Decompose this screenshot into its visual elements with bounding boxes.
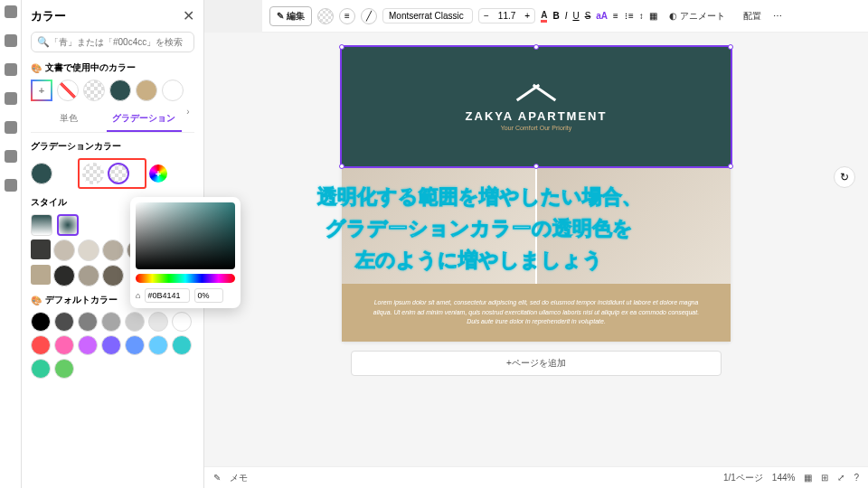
color-swatch[interactable]: [31, 359, 51, 379]
color-swatch[interactable]: [148, 335, 168, 355]
strike-button[interactable]: S: [585, 11, 591, 21]
help-icon[interactable]: ?: [854, 473, 859, 483]
color-swatch[interactable]: [125, 335, 145, 355]
tagline: Your Comfort Our Priority: [501, 125, 571, 131]
underline-button[interactable]: U: [572, 11, 579, 21]
add-page-button[interactable]: +ページを追加: [351, 351, 722, 376]
color-swatch[interactable]: [31, 335, 51, 355]
color-swatch[interactable]: [78, 335, 98, 355]
color-tabs: 単色 グラデーション ›: [31, 107, 194, 133]
increase-button[interactable]: +: [520, 9, 534, 23]
photo-swatch[interactable]: [102, 239, 124, 261]
font-size-stepper[interactable]: − 11.7 +: [478, 8, 535, 23]
color-swatch[interactable]: [57, 80, 79, 101]
photo-swatch[interactable]: [53, 265, 75, 286]
tab-gradient[interactable]: グラデーション: [107, 107, 183, 132]
animate-button[interactable]: ◐アニメート: [663, 7, 731, 25]
border-weight-icon[interactable]: ╱: [361, 8, 377, 24]
thumbnail-icon[interactable]: ⊞: [821, 473, 828, 483]
nav-icon[interactable]: [5, 34, 17, 47]
header-banner[interactable]: ZAKYA APARTMENT Your Comfort Our Priorit…: [342, 47, 731, 166]
gradient-stop[interactable]: [31, 163, 52, 184]
italic-button[interactable]: I: [565, 11, 568, 21]
page-indicator[interactable]: 1/1ページ: [723, 472, 763, 484]
color-swatch[interactable]: [136, 80, 157, 101]
edit-button[interactable]: ✎編集: [269, 6, 312, 26]
color-swatch[interactable]: [101, 312, 121, 332]
nav-icon[interactable]: [5, 63, 17, 76]
color-swatch[interactable]: [54, 312, 74, 332]
memo-icon[interactable]: ✎: [213, 473, 221, 483]
nav-icon[interactable]: [5, 121, 17, 134]
used-colors-label: 🎨文書で使用中のカラー: [31, 61, 194, 74]
color-swatch[interactable]: [83, 80, 105, 101]
photo-swatch[interactable]: [31, 265, 51, 285]
fullscreen-icon[interactable]: ⤢: [837, 473, 844, 483]
tab-solid[interactable]: 単色: [31, 107, 107, 132]
panel-title: カラー: [31, 8, 66, 24]
color-swatch[interactable]: [78, 312, 98, 332]
gradient-transparent-highlight: [78, 158, 146, 189]
nav-icon[interactable]: [5, 179, 17, 192]
default-palette: [31, 312, 194, 379]
opacity-input[interactable]: [194, 288, 223, 303]
color-swatch[interactable]: [109, 80, 131, 101]
nav-icon[interactable]: [5, 150, 17, 163]
add-gradient-stop[interactable]: +: [149, 164, 167, 183]
search-input[interactable]: [50, 37, 188, 47]
close-icon[interactable]: ✕: [183, 7, 194, 24]
lorem-text[interactable]: Lorem ipsum dolor sit amet, consectetur …: [342, 284, 731, 342]
color-swatch[interactable]: [172, 335, 192, 355]
color-swatch[interactable]: [162, 80, 184, 101]
gradient-color-label: グラデーションカラー: [31, 140, 194, 153]
chevron-right-icon[interactable]: ›: [182, 107, 194, 132]
hex-input[interactable]: [145, 288, 190, 303]
search-icon: 🔍: [37, 36, 50, 48]
photo-swatch[interactable]: [102, 265, 124, 286]
color-swatch[interactable]: [172, 312, 192, 332]
color-swatch[interactable]: [125, 312, 145, 332]
list-icon[interactable]: ⫶≡: [624, 11, 634, 21]
effects-icon[interactable]: ▦: [649, 11, 657, 21]
grid-view-icon[interactable]: ▦: [804, 473, 812, 483]
color-swatch[interactable]: [54, 359, 74, 379]
gradient-stop-transparent[interactable]: [82, 163, 104, 184]
photo-swatch[interactable]: [53, 239, 75, 261]
nav-icon[interactable]: [5, 92, 17, 105]
memo-label[interactable]: メモ: [230, 472, 248, 484]
color-swatch[interactable]: [54, 335, 74, 355]
color-fill-icon[interactable]: [317, 8, 334, 24]
nav-icon[interactable]: [5, 5, 17, 18]
color-swatch[interactable]: [101, 335, 121, 355]
spacing-icon[interactable]: ↕: [639, 11, 644, 21]
gradient-stop-transparent[interactable]: [108, 163, 129, 184]
refresh-icon[interactable]: ↻: [834, 166, 855, 188]
color-search[interactable]: 🔍: [31, 32, 194, 52]
text-color-icon[interactable]: A: [541, 10, 547, 23]
add-color-button[interactable]: +: [31, 80, 52, 101]
font-selector[interactable]: Montserrat Classic: [382, 8, 473, 23]
color-swatch[interactable]: [31, 312, 51, 332]
photo-swatch[interactable]: [78, 239, 99, 261]
logo-roof-icon: [514, 82, 558, 104]
eyedropper-icon[interactable]: ⌂: [136, 291, 140, 300]
used-colors-row: +: [31, 80, 194, 101]
color-swatch[interactable]: [148, 312, 168, 332]
top-toolbar: ✎編集 ≡ ╱ Montserrat Classic − 11.7 + A B …: [262, 0, 868, 33]
brand-name: ZAKYA APARTMENT: [466, 109, 608, 123]
align-icon[interactable]: ≡: [613, 11, 618, 21]
style-linear[interactable]: [31, 214, 52, 236]
photo-swatch[interactable]: [31, 239, 51, 259]
photo-swatch[interactable]: [78, 265, 99, 286]
decrease-button[interactable]: −: [479, 9, 494, 23]
zoom-level[interactable]: 144%: [772, 473, 796, 483]
more-icon[interactable]: ⋯: [773, 11, 782, 21]
bold-button[interactable]: B: [552, 11, 559, 21]
annotation-overlay: 透明化する範囲を増やしたい場合、 グラデーションカラーの透明色を 左のように増や…: [217, 181, 741, 277]
style-radial[interactable]: [57, 214, 79, 236]
font-size-value[interactable]: 11.7: [494, 9, 520, 23]
footer-bar: ✎ メモ 1/1ページ 144% ▦ ⊞ ⤢ ?: [204, 466, 868, 488]
position-button[interactable]: 配置: [737, 7, 768, 25]
text-case-button[interactable]: aA: [596, 11, 608, 21]
border-style-icon[interactable]: ≡: [339, 8, 355, 24]
